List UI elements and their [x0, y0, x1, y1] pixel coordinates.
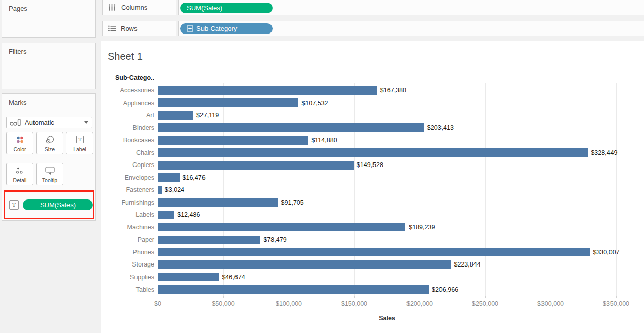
category-label[interactable]: Accessories [101, 87, 158, 94]
rows-icon [108, 25, 116, 32]
category-label[interactable]: Supplies [101, 274, 158, 281]
bar-row: Binders$203,413 [101, 122, 644, 135]
value-label: $223,844 [454, 261, 481, 268]
value-label: $78,479 [263, 236, 286, 243]
marks-card: Marks Automatic [2, 93, 96, 221]
bar[interactable] [158, 173, 180, 182]
value-label: $107,532 [301, 99, 328, 107]
bar[interactable] [158, 148, 588, 157]
label-button[interactable]: T Label [66, 132, 93, 154]
bar[interactable] [158, 136, 308, 145]
text-mark-chip-icon[interactable]: T [9, 200, 19, 210]
bar[interactable] [158, 273, 219, 281]
bar[interactable] [158, 211, 174, 219]
bar[interactable] [158, 111, 193, 120]
bar[interactable] [158, 198, 278, 207]
detail-dots-icon [7, 166, 33, 175]
tooltip-button[interactable]: Tooltip [36, 163, 63, 185]
category-label[interactable]: Chairs [101, 149, 158, 156]
bar[interactable] [158, 260, 451, 269]
rows-shelf-tray[interactable]: Sub-Category [178, 21, 644, 36]
value-label: $46,674 [222, 274, 245, 281]
bar-cell: $91,705 [158, 196, 644, 209]
expand-plus-icon[interactable] [187, 25, 193, 32]
bar[interactable] [158, 161, 354, 170]
tableau-window: Pages Filters Marks Automatic [0, 0, 644, 333]
bar[interactable] [158, 86, 377, 95]
bar-cell: $189,239 [158, 221, 644, 234]
bar-cell: $107,532 [158, 97, 644, 110]
category-label[interactable]: Copiers [101, 161, 158, 169]
bar-chart: Accessories$167,380Appliances$107,532Art… [101, 84, 644, 296]
value-label: $328,449 [591, 149, 617, 156]
bar-row: Chairs$328,449 [101, 147, 644, 159]
rows-shelf-label: Rows [121, 25, 138, 32]
category-label[interactable]: Labels [101, 211, 158, 218]
category-label[interactable]: Storage [101, 261, 158, 268]
marks-title: Marks [2, 94, 95, 106]
value-label: $91,705 [281, 199, 304, 206]
bar[interactable] [158, 285, 429, 294]
sheet-title: Sheet 1 [108, 51, 143, 62]
category-label[interactable]: Bookcases [101, 137, 158, 144]
bar-cell: $27,119 [158, 109, 644, 122]
value-label: $114,880 [311, 137, 337, 144]
category-label[interactable]: Envelopes [101, 174, 158, 181]
bar-cell: $330,007 [158, 246, 644, 259]
bar-row: Bookcases$114,880 [101, 134, 644, 147]
highlight-red-box: T SUM(Sales) [4, 190, 94, 219]
columns-shelf-tray[interactable]: SUM(Sales) [178, 0, 644, 15]
bar[interactable] [158, 186, 162, 194]
bar-cell: $206,966 [158, 283, 644, 296]
category-label[interactable]: Tables [101, 286, 158, 293]
bar-cell: $46,674 [158, 271, 644, 284]
bar-cell: $149,528 [158, 159, 644, 172]
category-label[interactable]: Fasteners [101, 186, 158, 193]
dropdown-caret-button[interactable] [80, 117, 92, 128]
filters-title: Filters [2, 43, 95, 55]
category-label[interactable]: Machines [101, 224, 158, 231]
tooltip-button-label: Tooltip [42, 177, 57, 183]
filters-shelf[interactable]: Filters [2, 43, 96, 89]
category-label[interactable]: Phones [101, 249, 158, 256]
marks-sum-sales-pill[interactable]: SUM(Sales) [23, 199, 93, 210]
category-label[interactable]: Furnishings [101, 199, 158, 206]
bar[interactable] [158, 248, 590, 256]
bar[interactable] [158, 236, 260, 244]
rows-pill-sub-category[interactable]: Sub-Category [180, 23, 273, 34]
value-label: $149,528 [357, 161, 383, 169]
x-axis-tick [485, 296, 486, 298]
color-button[interactable]: Color [6, 132, 33, 154]
bar[interactable] [158, 98, 298, 107]
mark-type-dropdown[interactable]: Automatic [6, 117, 92, 128]
detail-button[interactable]: Detail [6, 163, 33, 185]
bar-row: Accessories$167,380 [101, 84, 644, 97]
bar-cell: $167,380 [158, 84, 644, 97]
x-axis-title[interactable]: Sales [158, 315, 616, 322]
pages-shelf[interactable]: Pages [2, 0, 96, 38]
bar[interactable] [158, 223, 405, 231]
category-label[interactable]: Binders [101, 124, 158, 131]
bar-row: Copiers$149,528 [101, 159, 644, 172]
category-label[interactable]: Paper [101, 236, 158, 243]
color-button-label: Color [13, 146, 26, 152]
detail-button-label: Detail [13, 177, 27, 183]
value-label: $206,966 [432, 286, 458, 293]
category-label[interactable]: Appliances [101, 99, 158, 107]
color-palette-icon [7, 135, 33, 145]
columns-pill-sum-sales[interactable]: SUM(Sales) [180, 3, 273, 13]
value-label: $12,486 [177, 211, 200, 218]
bar[interactable] [158, 123, 424, 132]
x-tick-label: $150,000 [341, 300, 367, 307]
columns-icon [108, 4, 117, 11]
size-button[interactable]: Size [36, 132, 63, 154]
bar-row: Labels$12,486 [101, 209, 644, 221]
x-axis-tick [420, 296, 420, 298]
tooltip-bubble-icon [37, 166, 63, 175]
svg-text:T: T [78, 137, 82, 142]
value-label: $27,119 [196, 112, 219, 119]
category-label[interactable]: Art [101, 112, 158, 119]
columns-shelf-label: Columns [121, 4, 147, 11]
row-axis-header[interactable]: Sub-Catego.. [101, 74, 158, 81]
left-sidebar: Pages Filters Marks Automatic [0, 0, 101, 333]
